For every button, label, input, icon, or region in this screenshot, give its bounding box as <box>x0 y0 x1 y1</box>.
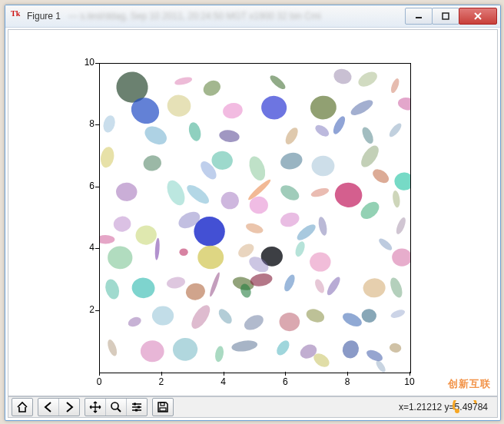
minimize-button[interactable] <box>405 8 433 25</box>
plot-area <box>99 63 411 373</box>
svg-point-12 <box>167 94 192 118</box>
cursor-coords: x=1.21212 y=5.49784 <box>399 402 488 412</box>
svg-point-46 <box>357 198 382 222</box>
svg-point-8 <box>332 67 353 86</box>
svg-line-105 <box>118 409 121 412</box>
svg-point-65 <box>293 240 307 258</box>
tk-icon <box>12 11 22 22</box>
svg-point-95 <box>214 346 225 363</box>
svg-point-36 <box>393 171 410 190</box>
svg-point-26 <box>387 121 403 138</box>
y-tick-label: 4 <box>76 242 94 253</box>
svg-point-73 <box>208 272 221 298</box>
forward-button[interactable] <box>59 399 79 416</box>
back-button[interactable] <box>38 399 59 416</box>
svg-point-81 <box>388 276 404 299</box>
svg-point-104 <box>111 402 118 409</box>
svg-point-44 <box>310 187 330 199</box>
svg-point-94 <box>172 337 199 362</box>
subplots-button[interactable] <box>127 399 147 416</box>
svg-point-37 <box>115 182 138 202</box>
toolbar-group-save <box>152 398 174 416</box>
svg-point-68 <box>377 237 394 252</box>
svg-point-5 <box>174 76 193 87</box>
zoom-icon <box>110 401 122 413</box>
figure-canvas[interactable]: 创新互联 0246810246810 <box>8 29 498 396</box>
svg-point-43 <box>278 182 302 204</box>
svg-point-69 <box>103 277 121 300</box>
svg-point-19 <box>141 123 170 148</box>
svg-point-28 <box>142 154 163 173</box>
svg-point-72 <box>184 281 207 301</box>
svg-point-16 <box>349 97 375 118</box>
svg-point-35 <box>370 167 391 186</box>
titlebar[interactable]: Figure 1 — s.test/ddag, Sep 10 2011, 20:… <box>5 5 500 28</box>
svg-point-90 <box>361 308 377 323</box>
svg-point-50 <box>134 224 158 246</box>
svg-point-92 <box>106 339 119 357</box>
svg-rect-112 <box>161 402 164 406</box>
svg-point-23 <box>313 123 331 139</box>
zoom-button[interactable] <box>106 399 127 416</box>
y-tick-label: 2 <box>76 304 94 315</box>
sliders-icon <box>131 401 143 413</box>
move-icon <box>89 401 101 413</box>
svg-point-78 <box>313 278 327 295</box>
y-tick-label: 8 <box>76 118 94 129</box>
svg-point-93 <box>140 340 164 363</box>
svg-point-89 <box>340 310 363 330</box>
titlebar-blurred-text: — s.test/ddag, Sep 10 2011, 20:24:50 MGT… <box>68 11 406 22</box>
svg-point-48 <box>113 215 132 232</box>
x-tick-label: 10 <box>402 376 417 387</box>
svg-point-55 <box>295 222 318 243</box>
svg-point-102 <box>389 343 402 354</box>
svg-point-101 <box>365 348 385 363</box>
svg-point-103 <box>374 359 387 373</box>
x-tick-label: 8 <box>340 376 355 387</box>
svg-point-77 <box>282 273 297 293</box>
svg-point-56 <box>317 216 329 236</box>
svg-point-96 <box>231 339 259 353</box>
y-tick-label: 10 <box>76 57 94 68</box>
svg-point-59 <box>154 238 161 260</box>
svg-rect-107 <box>134 403 136 406</box>
svg-point-60 <box>179 248 187 256</box>
x-tick-label: 2 <box>154 376 169 387</box>
svg-point-66 <box>310 253 330 272</box>
svg-point-91 <box>390 308 406 320</box>
svg-point-57 <box>394 217 407 236</box>
svg-point-39 <box>184 182 212 207</box>
save-icon <box>157 401 169 413</box>
svg-point-54 <box>279 210 301 230</box>
svg-point-47 <box>392 190 401 208</box>
cursor-coords-text: x=1.21212 y=5.49784 <box>399 402 488 412</box>
pan-button[interactable] <box>85 399 106 416</box>
y-tick-label: 6 <box>76 181 94 191</box>
svg-point-22 <box>283 126 300 147</box>
arrow-left-icon <box>42 401 55 413</box>
svg-point-15 <box>310 94 337 120</box>
close-button[interactable] <box>459 8 497 25</box>
toolbar-group-home <box>12 398 33 416</box>
svg-point-20 <box>187 121 202 143</box>
svg-rect-109 <box>138 406 140 409</box>
home-button[interactable] <box>12 399 32 416</box>
toolbar-group-nav <box>38 398 80 416</box>
save-button[interactable] <box>153 399 173 416</box>
arrow-right-icon <box>63 401 75 413</box>
svg-point-33 <box>311 155 335 177</box>
svg-point-13 <box>221 101 244 121</box>
svg-point-86 <box>242 312 266 333</box>
svg-point-40 <box>220 192 239 210</box>
svg-point-83 <box>151 306 174 326</box>
maximize-button[interactable] <box>432 8 459 25</box>
svg-point-32 <box>278 151 304 172</box>
svg-point-31 <box>246 154 268 183</box>
svg-point-17 <box>397 96 410 111</box>
svg-point-24 <box>331 114 347 136</box>
svg-point-87 <box>280 313 300 331</box>
svg-point-29 <box>211 151 233 171</box>
matplotlib-toolbar: x=1.21212 y=5.49784 <box>8 396 498 418</box>
svg-rect-113 <box>160 408 166 411</box>
svg-point-79 <box>325 275 343 296</box>
